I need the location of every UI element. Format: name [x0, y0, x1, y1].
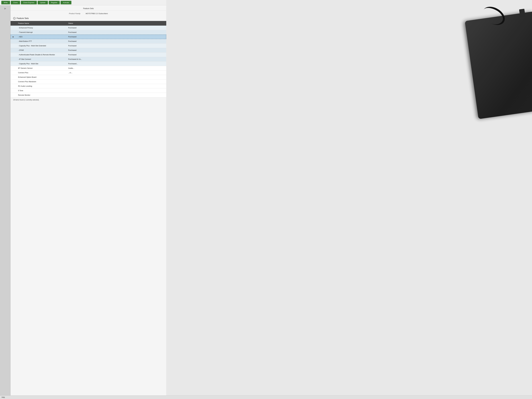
- product-family-label: Product Family: [69, 13, 80, 14]
- row-feature-name: - Authenticated Radio Disable & Remote M…: [16, 52, 66, 57]
- sidebar: ⊳: [0, 5, 11, 399]
- bottom-bar: Help: [0, 395, 166, 399]
- table-row[interactable]: - Multi Button PTTPurchased: [11, 39, 166, 44]
- table-row[interactable]: BT Generic SensorAvaila...: [11, 66, 166, 70]
- row-status: Purchased: [66, 35, 166, 39]
- row-feature-name: Connect Plus Mandown: [16, 79, 66, 84]
- table-row[interactable]: Connect Plus Mandown: [11, 79, 166, 84]
- row-indicator: [11, 75, 16, 79]
- row-feature-name: BT Generic Sensor: [16, 66, 66, 70]
- table-row[interactable]: - Authenticated Radio Disable & Remote M…: [11, 52, 166, 57]
- pin-icon[interactable]: ⊳: [4, 6, 7, 11]
- row-status: Purchased: [66, 39, 166, 44]
- row-indicator: [11, 84, 16, 89]
- row-status: [66, 93, 166, 97]
- col-feature-name: Feature Name: [16, 21, 66, 25]
- row-status: Purchased: [66, 30, 166, 35]
- row-indicator: [11, 52, 16, 57]
- update-button[interactable]: Update: [38, 1, 48, 4]
- row-feature-name: - AES: [16, 35, 66, 39]
- content-area: Feature Sets Product Family MOTOTRBO 2.0…: [11, 5, 166, 399]
- row-indicator: [11, 39, 16, 44]
- row-status: Purchased: [66, 25, 166, 30]
- row-status: [66, 79, 166, 84]
- row-feature-name: - IP Site Connect: [16, 57, 66, 62]
- clone-button[interactable]: Clone: [11, 1, 20, 4]
- row-feature-name: Remote Monitor: [16, 93, 66, 97]
- section-header: ∧ Feature Sets: [11, 16, 166, 21]
- table-row[interactable]: ▶- AESPurchased: [11, 35, 166, 39]
- row-indicator: [11, 30, 16, 35]
- row-status: [66, 75, 166, 79]
- write-button[interactable]: Write: [1, 1, 10, 4]
- table-row[interactable]: - IP Site ConnectPurchased & Us...: [11, 57, 166, 62]
- row-feature-name: - Transmit Interrupt: [16, 30, 66, 35]
- help-label[interactable]: Help: [2, 396, 5, 398]
- row-status: Purchased: [66, 44, 166, 48]
- table-row[interactable]: - Enhanced PrivacyPurchased: [11, 25, 166, 30]
- table-row[interactable]: 5 Tone: [11, 89, 166, 93]
- row-indicator: [11, 62, 16, 66]
- row-indicator: [11, 70, 16, 75]
- row-indicator: [11, 57, 16, 62]
- row-indicator: [11, 66, 16, 70]
- row-feature-name: - Multi Button PTT: [16, 39, 66, 44]
- table-row[interactable]: - Transmit InterruptPurchased: [11, 30, 166, 35]
- section-title: Feature Sets: [17, 17, 29, 19]
- table-row[interactable]: RX Audio Leveling: [11, 84, 166, 89]
- row-feature-name: - Capacity Plus - Multi-Site Extended: [16, 44, 66, 48]
- row-status: [66, 89, 166, 93]
- row-feature-name: Connect Plus: [16, 70, 66, 75]
- table-row[interactable]: Connect Plus...rc...: [11, 70, 166, 75]
- row-feature-name: 5 Tone: [16, 89, 66, 93]
- clone-express-button[interactable]: Clone Express: [21, 1, 37, 4]
- panel-title: Feature Sets: [11, 5, 166, 11]
- row-feature-name: - Enhanced Privacy: [16, 25, 66, 30]
- row-indicator: [11, 25, 16, 30]
- row-feature-name: RX Audio Leveling: [16, 84, 66, 89]
- main-area: ⊳ Feature Sets Product Family MOTOTRBO 2…: [0, 5, 166, 399]
- product-family-row: Product Family MOTOTRBO 2.0 Subscribers: [11, 11, 166, 16]
- row-indicator: [11, 89, 16, 93]
- row-feature-name: Enhanced Option Board: [16, 75, 66, 79]
- row-indicator: [11, 48, 16, 52]
- activate-button[interactable]: Activate: [61, 1, 71, 4]
- row-status: Purchased...: [66, 62, 166, 66]
- row-status: ...rc...: [66, 70, 166, 75]
- row-indicator: [11, 93, 16, 97]
- row-feature-name: - Capacity Plus - Multi-Site: [16, 62, 66, 66]
- table-row[interactable]: Enhanced Option Board: [11, 75, 166, 79]
- row-status: Purchased & Us...: [66, 57, 166, 62]
- collapse-button[interactable]: ∧: [13, 17, 16, 19]
- row-feature-name: - OTAR: [16, 48, 66, 52]
- row-indicator: [11, 79, 16, 84]
- product-family-value: MOTOTRBO 2.0 Subscribers: [86, 13, 108, 14]
- row-status: Purchased: [66, 52, 166, 57]
- table-footer: 28 items found (1 currently selected).: [11, 97, 166, 102]
- row-status: [66, 84, 166, 89]
- row-indicator: [11, 44, 16, 48]
- table-row[interactable]: Remote Monitor: [11, 93, 166, 97]
- row-status: Purchased: [66, 48, 166, 52]
- row-indicator: ▶: [11, 35, 16, 39]
- register-button[interactable]: Register: [49, 1, 60, 4]
- table-row[interactable]: - Capacity Plus - Multi-SitePurchased...: [11, 62, 166, 66]
- feature-table: Feature Name Status - Enhanced PrivacyPu…: [11, 21, 166, 97]
- col-status: Status: [66, 21, 166, 25]
- table-row[interactable]: - Capacity Plus - Multi-Site ExtendedPur…: [11, 44, 166, 48]
- toolbar: Write Clone Clone Express Update Registe…: [0, 0, 166, 5]
- row-status: Availa...: [66, 66, 166, 70]
- col-indicator: [11, 21, 16, 25]
- table-row[interactable]: - OTARPurchased: [11, 48, 166, 52]
